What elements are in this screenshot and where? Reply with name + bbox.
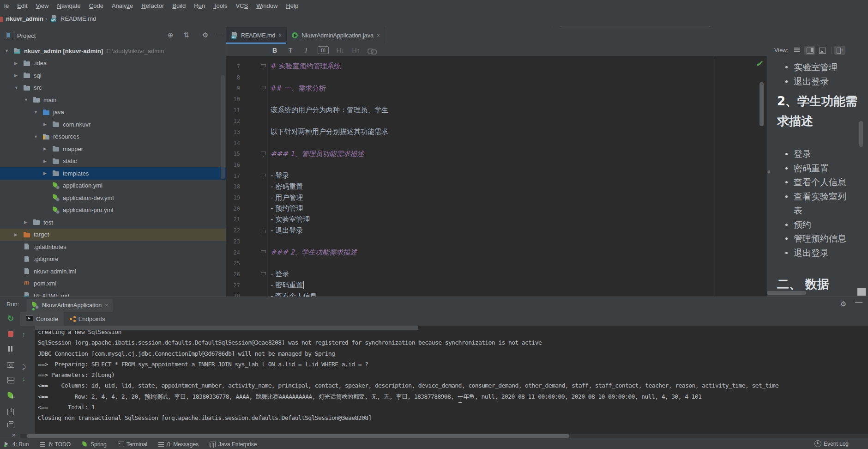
editor-line[interactable]: 18 - 密码重置 bbox=[226, 182, 757, 193]
hide-panel-button[interactable]: — bbox=[216, 29, 223, 38]
stop-button[interactable] bbox=[8, 331, 13, 337]
tree-row[interactable]: application-dev.yml bbox=[0, 192, 226, 204]
tree-row[interactable]: ▼ src bbox=[0, 82, 226, 94]
status-bar-item[interactable]: Java Enterprise bbox=[210, 441, 257, 448]
tree-expand-arrow[interactable]: ▼ bbox=[14, 85, 23, 90]
tree-row[interactable]: ▼ resources bbox=[0, 131, 226, 143]
hide-panel-button[interactable]: — bbox=[855, 298, 862, 306]
console-hscrollbar-track[interactable] bbox=[20, 434, 868, 438]
menu-item[interactable]: View bbox=[32, 0, 53, 12]
tree-expand-arrow[interactable]: ▶ bbox=[43, 146, 52, 151]
editor-line[interactable]: 24 ### 2、学生功能需求描述 bbox=[226, 247, 757, 258]
tree-row[interactable]: pom.xml bbox=[0, 278, 226, 290]
menu-item[interactable]: Navigate bbox=[53, 0, 84, 12]
status-bar-item[interactable]: 0: Messages bbox=[158, 441, 199, 448]
editor-line[interactable]: 15 ### 1、管理员功能需求描述 bbox=[226, 149, 757, 160]
tree-row[interactable]: ▼ java bbox=[0, 106, 226, 119]
collapse-all-button[interactable]: ⇅ bbox=[183, 30, 189, 40]
breadcrumb-file[interactable]: README.md bbox=[60, 15, 96, 22]
inspections-ok-icon[interactable]: ✔ bbox=[758, 60, 763, 67]
tree-expand-arrow[interactable]: ▶ bbox=[43, 171, 52, 176]
panel-settings-button[interactable]: ⚙ bbox=[202, 30, 208, 40]
tree-expand-arrow[interactable]: ▼ bbox=[24, 97, 33, 102]
soft-wrap-icon[interactable] bbox=[22, 363, 31, 372]
status-bar-item[interactable]: Spring bbox=[82, 441, 107, 448]
close-icon[interactable]: × bbox=[377, 32, 380, 39]
menu-item[interactable]: Code bbox=[85, 0, 108, 12]
markdown-toolbar-button[interactable]: B bbox=[271, 46, 279, 55]
prev-occurrence-icon[interactable] bbox=[22, 330, 31, 340]
menu-item[interactable]: Help bbox=[282, 0, 302, 12]
splitter-grip-icon[interactable]: ⠿ bbox=[767, 171, 769, 178]
editor-tab[interactable]: NkuvrAdminApplication.java × bbox=[287, 27, 385, 44]
markdown-toolbar-button[interactable] bbox=[368, 46, 376, 55]
fold-marker-icon[interactable] bbox=[260, 118, 267, 124]
menu-item[interactable]: Run bbox=[190, 0, 209, 12]
status-bar-item[interactable]: Terminal bbox=[118, 441, 147, 448]
fold-marker-icon[interactable] bbox=[260, 162, 267, 168]
tree-row[interactable]: ▶ static bbox=[0, 155, 226, 168]
markdown-toolbar-button[interactable]: H↑ bbox=[352, 46, 360, 55]
fold-marker-icon[interactable] bbox=[260, 74, 267, 81]
fold-marker-icon[interactable] bbox=[260, 271, 267, 278]
thread-dump-icon[interactable] bbox=[7, 362, 14, 368]
fold-marker-icon[interactable] bbox=[260, 85, 267, 91]
auto-scroll-preview-button[interactable] bbox=[834, 46, 845, 55]
preview-horizontal-scrollbar[interactable] bbox=[767, 291, 806, 295]
tab-endpoints[interactable]: Endpoints bbox=[64, 312, 111, 326]
fold-marker-icon[interactable] bbox=[260, 107, 267, 114]
editor-line[interactable]: 14 bbox=[226, 138, 757, 149]
editor-line[interactable]: 28 - 查看个人信息 bbox=[226, 291, 757, 297]
console-hscrollbar-thumb[interactable] bbox=[27, 434, 569, 438]
view-editor-and-preview-button[interactable] bbox=[804, 46, 815, 55]
menu-item[interactable]: VCS bbox=[231, 0, 252, 12]
editor-line[interactable]: 11 该系统的用户分为两种：管理员、学生 bbox=[226, 105, 757, 116]
fold-marker-icon[interactable] bbox=[260, 151, 267, 157]
editor-line[interactable]: 13 以下针对两种用户分别描述其功能需求 bbox=[226, 127, 757, 138]
scroll-to-end-icon[interactable] bbox=[22, 375, 31, 384]
menu-item[interactable]: Build bbox=[168, 0, 190, 12]
tree-row[interactable]: application.yml bbox=[0, 180, 226, 192]
tree-row[interactable]: ▶ mapper bbox=[0, 143, 226, 155]
editor-line[interactable]: 19 - 用户管理 bbox=[226, 192, 757, 203]
markdown-toolbar-button[interactable]: Ŧ bbox=[286, 46, 295, 55]
print-icon[interactable] bbox=[7, 423, 14, 427]
fold-marker-icon[interactable] bbox=[260, 194, 267, 201]
editor-line[interactable]: 21 - 实验室管理 bbox=[226, 214, 757, 225]
tree-expand-arrow[interactable]: ▶ bbox=[43, 122, 52, 127]
editor-line[interactable]: 16 bbox=[226, 159, 757, 170]
tree-expand-arrow[interactable]: ▶ bbox=[14, 73, 23, 78]
view-preview-only-button[interactable] bbox=[817, 46, 828, 55]
tree-expand-arrow[interactable]: ▼ bbox=[5, 49, 13, 53]
menu-item[interactable]: Window bbox=[252, 0, 282, 12]
export-icon[interactable] bbox=[7, 409, 14, 415]
fold-marker-icon[interactable] bbox=[260, 216, 267, 223]
fold-marker-icon[interactable] bbox=[260, 63, 267, 70]
tree-row[interactable]: application-pro.yml bbox=[0, 204, 226, 217]
tree-row[interactable]: nkuvr-admin.iml bbox=[0, 265, 226, 278]
tree-row[interactable]: ▶ com.nkuvr bbox=[0, 118, 226, 131]
editor-line[interactable]: 26 - 登录 bbox=[226, 269, 757, 280]
tree-expand-arrow[interactable]: ▼ bbox=[34, 134, 42, 139]
close-icon[interactable]: × bbox=[278, 32, 282, 39]
expand-stripe-button[interactable]: » bbox=[12, 431, 16, 438]
editor-line[interactable]: 23 bbox=[226, 236, 757, 247]
menu-item[interactable]: Analyze bbox=[108, 0, 137, 12]
tree-expand-arrow[interactable]: ▶ bbox=[14, 61, 23, 66]
menu-item[interactable]: Tools bbox=[209, 0, 231, 12]
tree-row[interactable]: ▼ main bbox=[0, 94, 226, 106]
fold-marker-icon[interactable] bbox=[260, 206, 267, 212]
tree-expand-arrow[interactable]: ▼ bbox=[34, 110, 42, 115]
editor-line[interactable]: 10 bbox=[226, 94, 757, 105]
tree-row[interactable]: ▶ .idea bbox=[0, 57, 226, 70]
console-output[interactable]: creating a new SqlSessionSqlSession [org… bbox=[35, 326, 868, 438]
tree-row[interactable]: .gitignore bbox=[0, 253, 226, 266]
editor-line[interactable]: 25 bbox=[226, 258, 757, 269]
fold-marker-icon[interactable] bbox=[260, 238, 267, 245]
menu-item[interactable]: Edit bbox=[13, 0, 31, 12]
tree-row[interactable]: ▶ test bbox=[0, 216, 226, 229]
tree-row[interactable]: ▼ nkuvr_admin [nkuvr-admin] E:\study\nku… bbox=[0, 45, 226, 57]
fold-marker-icon[interactable] bbox=[260, 173, 267, 179]
breadcrumb-project[interactable]: nkuvr_admin bbox=[6, 15, 43, 22]
markdown-toolbar-button[interactable]: I bbox=[302, 46, 310, 55]
